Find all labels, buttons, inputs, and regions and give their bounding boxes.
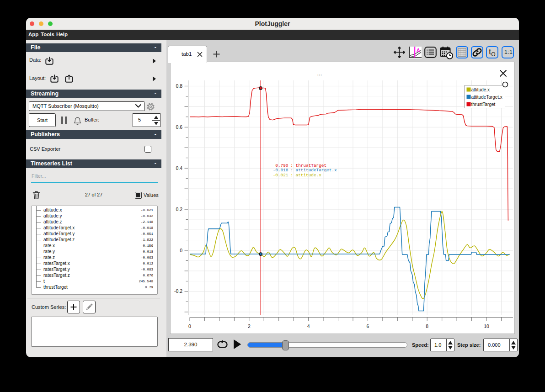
- svg-text:attitude.x: attitude.x: [296, 173, 322, 178]
- svg-text:A: A: [417, 48, 420, 53]
- svg-text:4: 4: [307, 323, 310, 329]
- svg-text:thrustTarget: thrustTarget: [296, 163, 327, 168]
- svg-text:6: 6: [366, 323, 369, 329]
- svg-text::: :: [290, 168, 293, 173]
- svg-text:0.2: 0.2: [176, 207, 182, 212]
- svg-text:-0.021: -0.021: [273, 173, 289, 178]
- svg-text:8: 8: [426, 323, 428, 329]
- svg-text:2: 2: [248, 323, 251, 329]
- svg-text:0: 0: [188, 323, 191, 329]
- svg-text::: :: [290, 163, 293, 168]
- svg-text:attitudeTarget.x: attitudeTarget.x: [296, 168, 337, 173]
- svg-text:0.4: 0.4: [176, 165, 182, 171]
- svg-text:...: ...: [317, 70, 322, 77]
- svg-text:thrustTarget: thrustTarget: [471, 102, 496, 107]
- svg-text:0.790: 0.790: [275, 163, 289, 168]
- svg-text:-0.2: -0.2: [174, 288, 182, 294]
- svg-text:-0.018: -0.018: [273, 168, 289, 173]
- svg-text:10: 10: [484, 323, 489, 329]
- svg-text:0.8: 0.8: [176, 83, 182, 89]
- svg-text:0.6: 0.6: [176, 124, 182, 130]
- svg-text:attitude.x: attitude.x: [471, 87, 490, 92]
- svg-text:0: 0: [180, 248, 182, 253]
- svg-text::: :: [290, 173, 293, 178]
- svg-text:attitudeTarget.x: attitudeTarget.x: [471, 95, 502, 100]
